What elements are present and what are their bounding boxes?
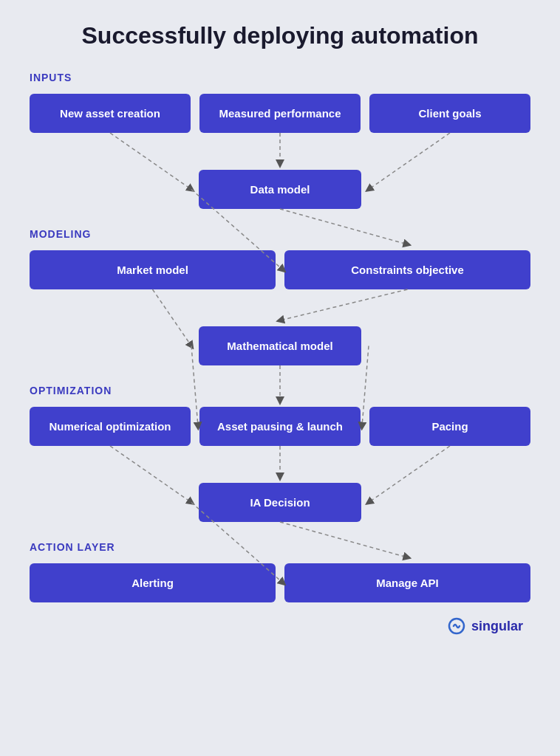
inputs-row: New asset creation Measured performance … [30,94,530,133]
box-numerical-optimization: Numerical optimization [30,407,191,446]
branding-area: singular [30,617,530,635]
ia-decision-row: IA Decision [30,483,530,522]
modeling-row: Market model Constraints objective [30,250,530,289]
modeling-label: MODELING [30,228,530,240]
data-model-row: Data model [30,170,530,209]
box-asset-pausing: Asset pausing & launch [199,407,361,446]
box-alerting: Alerting [30,563,276,602]
box-client-goals: Client goals [369,94,530,133]
inputs-label: INPUTS [30,72,530,83]
page-title: Successfully deploying automation [30,22,530,49]
optimization-row: Numerical optimization Asset pausing & l… [30,407,530,446]
box-manage-api: Manage API [284,563,530,602]
box-mathematical-model: Mathematical model [199,326,361,365]
singular-logo-icon [448,617,465,635]
action-layer-label: ACTION LAYER [30,541,530,553]
box-constraints-objective: Constraints objective [284,250,530,289]
box-ia-decision: IA Decision [199,483,361,522]
branding-name: singular [471,619,523,634]
optimization-label: OPTIMIZATION [30,385,530,396]
box-new-asset: New asset creation [30,94,191,133]
box-measured-performance: Measured performance [199,94,361,133]
action-layer-row: Alerting Manage API [30,563,530,602]
box-pacing: Pacing [369,407,530,446]
box-data-model: Data model [199,170,361,209]
box-market-model: Market model [30,250,276,289]
mathematical-model-row: Mathematical model [30,326,530,365]
